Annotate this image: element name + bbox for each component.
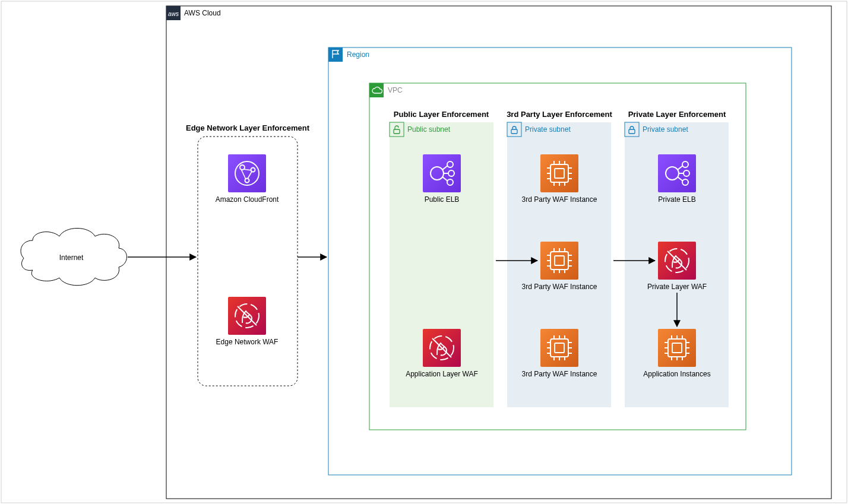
svg-rect-0 — [166, 6, 831, 499]
internet-node: Internet — [21, 229, 127, 286]
waf1-label: 3rd Party WAF Instance — [522, 195, 597, 204]
aws-icon: aws — [168, 11, 179, 17]
waf2-label: 3rd Party WAF Instance — [522, 283, 597, 291]
service-app-instances — [658, 329, 696, 367]
vpc-label: VPC — [388, 86, 403, 94]
public-elb-label: Public ELB — [425, 195, 460, 204]
private-elb-label: Private ELB — [658, 195, 695, 204]
private-waf-label: Private Layer WAF — [647, 283, 707, 291]
service-waf-instance-2 — [540, 242, 578, 280]
svg-rect-66 — [540, 329, 578, 367]
group-aws-cloud: aws AWS Cloud — [166, 6, 831, 499]
app-waf-label: Application Layer WAF — [406, 370, 478, 378]
service-waf-instance-3 — [540, 329, 578, 367]
svg-rect-51 — [540, 242, 578, 280]
service-cloudfront — [228, 154, 266, 192]
svg-text:Private Layer Enforcement: Private Layer Enforcement — [628, 110, 726, 119]
svg-text:Edge Network Layer Enforcement: Edge Network Layer Enforcement — [186, 123, 310, 132]
service-private-elb — [658, 154, 696, 192]
svg-rect-89 — [658, 329, 696, 367]
third-subnet-label: Private subnet — [525, 125, 571, 134]
svg-rect-36 — [540, 154, 578, 192]
service-private-waf — [658, 242, 696, 280]
svg-text:Public Layer Enforcement: Public Layer Enforcement — [394, 110, 489, 119]
public-subnet-label: Public subnet — [407, 125, 451, 134]
svg-rect-28 — [423, 154, 461, 192]
svg-rect-3 — [328, 47, 343, 62]
svg-rect-20 — [228, 154, 266, 192]
service-public-elb — [423, 154, 461, 192]
waf3-label: 3rd Party WAF Instance — [522, 370, 597, 378]
service-edge-waf — [228, 297, 266, 335]
aws-cloud-label: AWS Cloud — [184, 9, 221, 17]
edge-waf-label: Edge Network WAF — [216, 338, 279, 346]
svg-text:3rd Party Layer Enforcement: 3rd Party Layer Enforcement — [507, 110, 612, 119]
internet-label: Internet — [59, 253, 84, 262]
svg-rect-81 — [658, 154, 696, 192]
service-waf-instance-1 — [540, 154, 578, 192]
architecture-diagram: aws AWS Cloud Region VPC Internet Edge N… — [0, 0, 848, 504]
region-label: Region — [347, 50, 369, 59]
service-app-layer-waf — [423, 329, 461, 367]
app-instances-label: Application Instances — [643, 370, 710, 378]
private-subnet-label: Private subnet — [643, 125, 688, 134]
cloudfront-label: Amazon CloudFront — [216, 195, 279, 204]
svg-rect-5 — [369, 83, 384, 97]
